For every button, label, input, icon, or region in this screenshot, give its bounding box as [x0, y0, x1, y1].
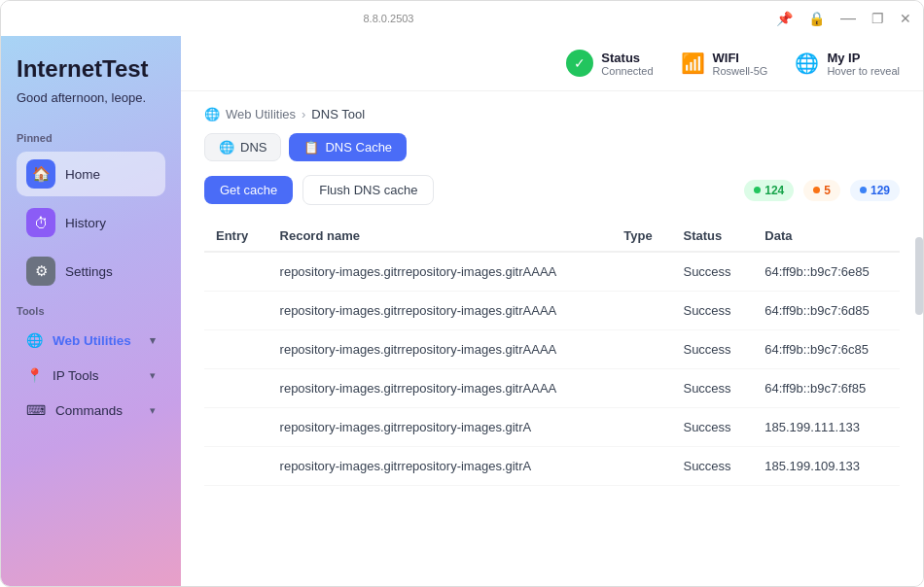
cell-entry: [204, 369, 268, 408]
breadcrumb-parent: Web Utilities: [226, 107, 296, 121]
myip-value: Hover to reveal: [827, 65, 900, 77]
app-body: InternetTest Good afternoon, leope. Pinn…: [1, 36, 923, 586]
sidebar-item-ip-tools[interactable]: 📍 IP Tools ▾: [17, 360, 165, 391]
cell-data: 185.199.109.133: [753, 447, 900, 486]
tab-dns[interactable]: 🌐 DNS: [204, 133, 281, 161]
tabs-row: 🌐 DNS 📋 DNS Cache: [204, 133, 900, 161]
wifi-value: Roswell-5G: [713, 65, 768, 77]
cell-status: Success: [671, 408, 753, 447]
table-row: repository-images.gitrrepository-images.…: [204, 330, 900, 369]
sidebar-item-web-utilities[interactable]: 🌐 Web Utilities ▾: [17, 325, 165, 356]
cell-status: Success: [671, 252, 753, 292]
get-cache-button[interactable]: Get cache: [204, 176, 293, 204]
settings-icon: ⚙: [26, 257, 55, 286]
dot-orange: [813, 187, 820, 193]
cell-record-name: repository-images.gitrrepository-images.…: [268, 447, 613, 486]
titlebar-version: 8.8.0.2503: [364, 13, 414, 24]
status-widget: ✓ Status Connected: [566, 50, 653, 77]
commands-label: Commands: [55, 403, 140, 418]
header-bar: ✓ Status Connected 📶 WIFI Roswell-5G 🌐 M…: [181, 36, 923, 91]
history-label: History: [65, 216, 156, 230]
close-button[interactable]: ✕: [900, 11, 911, 26]
settings-label: Settings: [65, 264, 156, 279]
cell-entry: [204, 252, 268, 292]
breadcrumb-current: DNS Tool: [311, 107, 365, 121]
status-icon: ✓: [566, 50, 593, 77]
pinned-label: Pinned: [17, 132, 165, 144]
wifi-widget: 📶 WIFI Roswell-5G: [681, 51, 768, 77]
tab-dns-cache[interactable]: 📋 DNS Cache: [289, 133, 407, 161]
breadcrumb: 🌐 Web Utilities › DNS Tool: [204, 107, 900, 121]
dot-green: [754, 187, 761, 193]
wifi-text: WIFI Roswell-5G: [713, 51, 768, 77]
sidebar-item-commands[interactable]: ⌨ Commands ▾: [17, 395, 165, 426]
table-row: repository-images.gitrrepository-images.…: [204, 408, 900, 447]
cell-record-name: repository-images.gitrrepository-images.…: [268, 330, 613, 369]
titlebar: 8.8.0.2503 📌 🔒 — ❐ ✕: [1, 1, 923, 36]
scrollbar-thumb[interactable]: [915, 237, 923, 315]
action-row: Get cache Flush DNS cache 124 5 129: [204, 175, 900, 205]
col-type: Type: [612, 221, 671, 252]
cell-data: 185.199.111.133: [753, 408, 900, 447]
myip-title: My IP: [827, 51, 900, 65]
cell-status: Success: [671, 330, 753, 369]
cell-record-name: repository-images.gitrrepository-images.…: [268, 369, 613, 408]
cell-record-name: repository-images.gitrrepository-images.…: [268, 292, 613, 330]
badge-green-value: 124: [764, 184, 784, 197]
web-utilities-chevron: ▾: [150, 334, 156, 347]
cell-data: 64:ff9b::b9c7:6d85: [753, 292, 900, 330]
flush-dns-button[interactable]: Flush DNS cache: [302, 175, 434, 205]
home-icon: 🏠: [26, 159, 55, 189]
table-row: repository-images.gitrrepository-images.…: [204, 447, 900, 486]
cell-status: Success: [671, 292, 753, 330]
ip-tools-chevron: ▾: [150, 369, 156, 382]
cell-type: [612, 447, 671, 486]
main-content: 🌐 Web Utilities › DNS Tool 🌐 DNS 📋 DNS C…: [181, 91, 923, 586]
wifi-title: WIFI: [713, 51, 768, 65]
col-entry: Entry: [204, 221, 268, 252]
badge-blue-value: 129: [871, 184, 890, 197]
dns-cache-tab-icon: 📋: [303, 140, 319, 155]
scrollbar-track[interactable]: [915, 227, 923, 586]
badge-green: 124: [744, 180, 794, 201]
cell-record-name: repository-images.gitrrepository-images.…: [268, 408, 613, 447]
ip-tools-label: IP Tools: [53, 368, 140, 383]
dns-tab-label: DNS: [240, 140, 267, 155]
sidebar-item-settings[interactable]: ⚙ Settings: [17, 249, 165, 294]
sidebar-item-history[interactable]: ⏱ History: [17, 200, 165, 245]
pin-icon[interactable]: 📌: [776, 11, 793, 26]
cell-type: [612, 292, 671, 330]
dot-blue: [860, 187, 867, 193]
history-icon: ⏱: [26, 208, 55, 237]
status-value: Connected: [601, 65, 653, 77]
cell-data: 64:ff9b::b9c7:6c85: [753, 330, 900, 369]
cell-entry: [204, 408, 268, 447]
badge-orange-value: 5: [824, 184, 831, 197]
table-row: repository-images.gitrrepository-images.…: [204, 252, 900, 292]
status-title: Status: [601, 51, 653, 65]
dns-cache-table: Entry Record name Type Status Data repos…: [204, 221, 900, 486]
dns-tab-icon: 🌐: [219, 140, 234, 155]
badge-orange: 5: [803, 180, 840, 201]
cell-entry: [204, 292, 268, 330]
cell-entry: [204, 447, 268, 486]
myip-widget: 🌐 My IP Hover to reveal: [795, 51, 900, 77]
app-title: InternetTest: [17, 55, 165, 83]
table-header-row: Entry Record name Type Status Data: [204, 221, 900, 252]
lock-icon[interactable]: 🔒: [808, 11, 825, 26]
web-utilities-label: Web Utilities: [53, 333, 140, 348]
cell-type: [612, 408, 671, 447]
dns-cache-tab-label: DNS Cache: [325, 140, 392, 155]
commands-icon: ⌨: [26, 402, 46, 418]
web-utilities-icon: 🌐: [26, 332, 43, 348]
minimize-button[interactable]: —: [840, 10, 856, 27]
ip-globe-icon: 🌐: [795, 52, 819, 75]
titlebar-controls: 📌 🔒 — ❐ ✕: [776, 10, 911, 27]
wifi-icon: 📶: [681, 52, 705, 75]
cell-status: Success: [671, 447, 753, 486]
cell-data: 64:ff9b::b9c7:6f85: [753, 369, 900, 408]
cell-type: [612, 252, 671, 292]
sidebar-item-home[interactable]: 🏠 Home: [17, 152, 165, 196]
maximize-button[interactable]: ❐: [871, 11, 884, 26]
myip-text: My IP Hover to reveal: [827, 51, 900, 77]
